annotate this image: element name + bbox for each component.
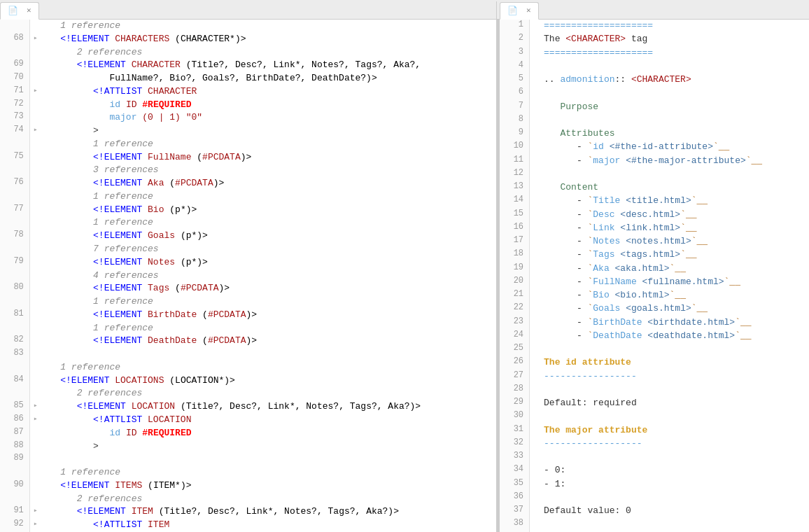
line-content	[541, 451, 809, 464]
line-content	[541, 343, 809, 356]
table-row: 78 <!ELEMENT Goals (p*)>	[0, 230, 496, 243]
table-row: 75 <!ELEMENT FullName (#PCDATA)>	[0, 151, 496, 164]
table-row: 16 - `Link <link.html>`__	[500, 222, 809, 235]
line-number: 35	[500, 478, 530, 491]
table-row: 1 reference	[0, 295, 496, 309]
line-number	[0, 164, 30, 177]
line-number: 75	[0, 151, 30, 164]
line-number: 19	[500, 262, 530, 276]
tab-character-rst[interactable]: 📄 ✕	[500, 2, 539, 20]
table-row: 38	[500, 518, 809, 532]
fold-gutter	[30, 20, 41, 33]
table-row: 1====================	[500, 20, 809, 33]
table-row: 73 major (0 | 1) "0"	[0, 111, 496, 125]
line-content: 4 references	[41, 270, 496, 283]
fold-gutter	[30, 374, 41, 388]
line-content: Default value: 0	[541, 505, 809, 518]
table-row: 15 - `Desc <desc.html>`__	[500, 209, 809, 222]
table-row: 83	[0, 348, 496, 361]
table-row: 87 id ID #REQUIRED	[0, 427, 496, 440]
line-content: major (0 | 1) "0"	[41, 111, 496, 125]
fold-gutter	[530, 276, 541, 289]
line-number: 36	[500, 491, 530, 505]
line-content: <!ELEMENT Notes (p*)>	[41, 256, 496, 270]
line-content: -----------------	[541, 370, 809, 384]
fold-gutter	[530, 235, 541, 248]
fold-gutter[interactable]: ▸	[30, 414, 41, 427]
rst-pane[interactable]: 1====================2The <CHARACTER> ta…	[500, 20, 809, 532]
fold-gutter	[530, 141, 541, 154]
fold-gutter	[30, 282, 41, 295]
line-content: FullName?, Bio?, Goals?, BirthDate?, Dea…	[41, 72, 496, 85]
table-row: 32------------------	[500, 438, 809, 451]
fold-gutter	[530, 155, 541, 168]
line-number: 92	[0, 519, 30, 532]
fold-gutter	[30, 59, 41, 72]
fold-gutter	[30, 335, 41, 348]
table-row: 2 references	[0, 387, 496, 400]
line-number: 26	[500, 356, 530, 370]
line-number: 71	[0, 85, 30, 99]
line-content: 1 reference	[41, 138, 496, 151]
table-row: 77 <!ELEMENT Bio (p*)>	[0, 204, 496, 217]
table-row: 19 - `Aka <aka.html>`__	[500, 262, 809, 276]
fold-gutter	[530, 491, 541, 505]
fold-gutter[interactable]: ▸	[30, 519, 41, 532]
line-number	[0, 387, 30, 400]
line-content: <!ELEMENT Bio (p*)>	[41, 204, 496, 217]
line-content	[541, 168, 809, 181]
line-number: 10	[500, 141, 530, 154]
fold-gutter[interactable]: ▸	[30, 33, 41, 46]
table-row: 29Default: required	[500, 397, 809, 410]
line-number: 9	[500, 127, 530, 141]
fold-gutter[interactable]: ▸	[30, 505, 41, 519]
fold-gutter	[30, 177, 41, 190]
table-row: 81 <!ELEMENT BirthDate (#PCDATA)>	[0, 309, 496, 322]
line-content: >	[41, 125, 496, 138]
line-content: 7 references	[41, 243, 496, 256]
fold-gutter	[530, 209, 541, 222]
fold-gutter[interactable]: ▸	[30, 400, 41, 414]
fold-gutter	[30, 190, 41, 204]
table-row: 4	[500, 60, 809, 74]
line-number: 7	[500, 101, 530, 114]
line-number	[0, 216, 30, 230]
fold-gutter	[30, 72, 41, 85]
fold-gutter	[30, 295, 41, 309]
line-content: <!ELEMENT FullName (#PCDATA)>	[41, 151, 496, 164]
fold-gutter	[530, 20, 541, 33]
tab-novx-dtd[interactable]: 📄 ✕	[0, 2, 39, 20]
fold-gutter	[30, 322, 41, 335]
line-number: 81	[0, 309, 30, 322]
fold-gutter	[530, 384, 541, 397]
line-content: - `Desc <desc.html>`__	[541, 209, 809, 222]
line-number: 5	[500, 74, 530, 87]
tab-close-rst-button[interactable]: ✕	[526, 7, 531, 15]
line-content	[541, 410, 809, 424]
tab-close-button[interactable]: ✕	[27, 7, 31, 15]
line-number: 17	[500, 235, 530, 248]
line-content: - `Goals <goals.html>`__	[541, 302, 809, 316]
line-content: <!ELEMENT CHARACTERS (CHARACTER*)>	[41, 33, 496, 46]
fold-gutter	[30, 138, 41, 151]
table-row: 1 reference	[0, 322, 496, 335]
dtd-pane[interactable]: 1 reference68▸ <!ELEMENT CHARACTERS (CHA…	[0, 20, 497, 532]
table-row: 7 references	[0, 243, 496, 256]
table-row: 1 reference	[0, 216, 496, 230]
fold-gutter	[30, 164, 41, 177]
line-content: 1 reference	[41, 361, 496, 374]
line-number	[0, 322, 30, 335]
table-row: 25	[500, 343, 809, 356]
fold-gutter[interactable]: ▸	[30, 85, 41, 99]
rst-code-view: 1====================2The <CHARACTER> ta…	[500, 20, 809, 532]
line-number: 14	[500, 195, 530, 208]
line-content: <!ELEMENT Aka (#PCDATA)>	[41, 177, 496, 190]
fold-gutter	[530, 438, 541, 451]
table-row: 27-----------------	[500, 370, 809, 384]
tab-icon: 📄	[8, 6, 18, 16]
fold-gutter[interactable]: ▸	[30, 125, 41, 138]
editor-container: 1 reference68▸ <!ELEMENT CHARACTERS (CHA…	[0, 20, 809, 532]
fold-gutter	[530, 262, 541, 276]
fold-gutter	[30, 256, 41, 270]
fold-gutter	[530, 397, 541, 410]
